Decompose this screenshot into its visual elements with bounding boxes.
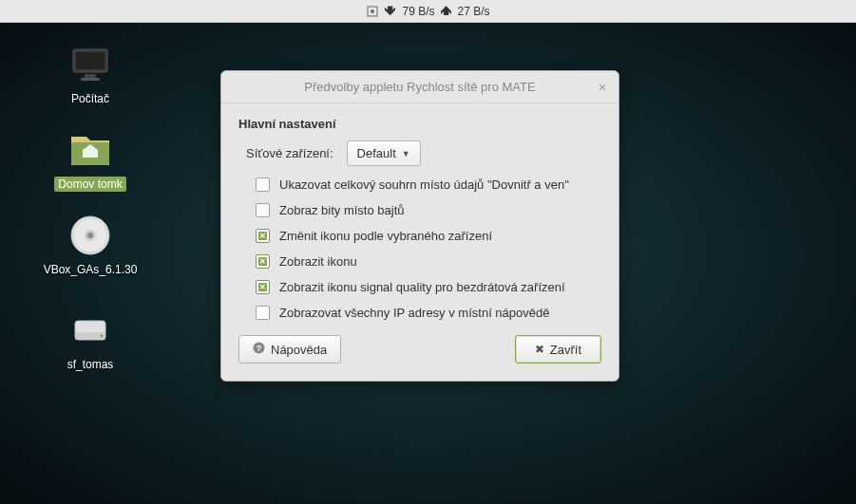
desktop-icon-drive[interactable]: sf_tomas xyxy=(43,308,138,372)
option-row: Zobrazit ikonu xyxy=(256,254,601,269)
svg-point-13 xyxy=(101,335,104,338)
dialog-footer: ? Nápověda ✖ Zavřít xyxy=(238,335,601,367)
checkbox-show-icon[interactable] xyxy=(256,254,270,269)
optical-disc-icon xyxy=(67,213,113,258)
down-arrow-icon: 🢃 xyxy=(385,5,396,18)
close-x-icon: ✖ xyxy=(535,343,544,356)
checkbox-show-sum[interactable] xyxy=(256,177,270,192)
folder-home-icon xyxy=(67,127,113,173)
upload-speed: 27 B/s xyxy=(458,5,490,18)
option-row: Zobraz bity místo bajtů xyxy=(256,203,601,217)
svg-rect-4 xyxy=(85,74,96,78)
download-speed: 79 B/s xyxy=(402,5,434,18)
desktop: Počítač Domov tomk VBox_GAs_6.1.30 sf_to… xyxy=(0,23,856,504)
option-row: Zobrazit ikonu signal quality pro bezdrá… xyxy=(256,280,601,294)
checkbox-label: Zobraz bity místo bajtů xyxy=(279,203,405,217)
checkbox-all-ips[interactable] xyxy=(256,306,270,320)
dropdown-value: Default xyxy=(357,146,396,160)
chevron-down-icon: ▼ xyxy=(402,149,410,159)
checkbox-label: Změnit ikonu podle vybraného zařízení xyxy=(279,229,492,243)
desktop-icon-home[interactable]: Domov tomk xyxy=(43,127,138,192)
checkbox-label: Zobrazit ikonu xyxy=(279,254,357,269)
svg-point-1 xyxy=(371,9,374,13)
option-row: Změnit ikonu podle vybraného zařízení xyxy=(256,229,601,243)
close-icon[interactable]: × xyxy=(594,79,611,96)
dialog-body: Hlavní nastavení Síťové zařízení: Defaul… xyxy=(221,103,618,381)
up-arrow-icon: 🢁 xyxy=(441,5,452,18)
icon-label: VBox_GAs_6.1.30 xyxy=(40,262,142,277)
svg-point-10 xyxy=(87,233,93,238)
device-label: Síťové zařízení: xyxy=(246,146,333,160)
desktop-icon-computer[interactable]: Počítač xyxy=(43,42,138,106)
monitor-icon xyxy=(67,42,113,87)
options-list: Ukazovat celkový souhrn místo údajů "Dov… xyxy=(238,177,601,320)
dialog-titlebar[interactable]: Předvolby appletu Rychlost sítě pro MATE… xyxy=(221,71,618,103)
device-dropdown[interactable]: Default ▼ xyxy=(347,140,421,166)
device-field-row: Síťové zařízení: Default ▼ xyxy=(238,140,601,166)
checkbox-label: Ukazovat celkový souhrn místo údajů "Dov… xyxy=(279,177,569,192)
option-row: Ukazovat celkový souhrn místo údajů "Dov… xyxy=(256,177,601,192)
top-panel: 🢃 79 B/s 🢁 27 B/s xyxy=(0,0,856,23)
checkbox-label: Zobrazovat všechny IP adresy v místní ná… xyxy=(279,306,549,320)
dialog-title: Předvolby appletu Rychlost sítě pro MATE xyxy=(304,80,535,94)
checkbox-show-bits[interactable] xyxy=(256,203,270,217)
button-label: Nápověda xyxy=(271,343,327,357)
help-button[interactable]: ? Nápověda xyxy=(238,335,341,364)
icon-label: Počítač xyxy=(67,91,113,106)
icon-label: Domov tomk xyxy=(54,177,125,192)
icon-label: sf_tomas xyxy=(64,357,118,372)
svg-text:?: ? xyxy=(257,344,262,353)
section-title: Hlavní nastavení xyxy=(238,117,601,131)
checkbox-label: Zobrazit ikonu signal quality pro bezdrá… xyxy=(279,280,565,294)
network-applet-icon[interactable] xyxy=(366,5,379,18)
desktop-icon-disc[interactable]: VBox_GAs_6.1.30 xyxy=(43,213,138,277)
drive-icon xyxy=(67,308,113,353)
button-label: Zavřít xyxy=(550,343,581,357)
preferences-dialog: Předvolby appletu Rychlost sítě pro MATE… xyxy=(220,70,619,382)
help-icon: ? xyxy=(253,342,265,357)
checkbox-change-icon[interactable] xyxy=(256,229,270,243)
svg-rect-5 xyxy=(81,78,100,81)
checkbox-signal-quality[interactable] xyxy=(256,280,270,294)
close-button[interactable]: ✖ Zavřít xyxy=(515,335,601,364)
option-row: Zobrazovat všechny IP adresy v místní ná… xyxy=(256,306,601,320)
svg-rect-3 xyxy=(76,52,105,69)
